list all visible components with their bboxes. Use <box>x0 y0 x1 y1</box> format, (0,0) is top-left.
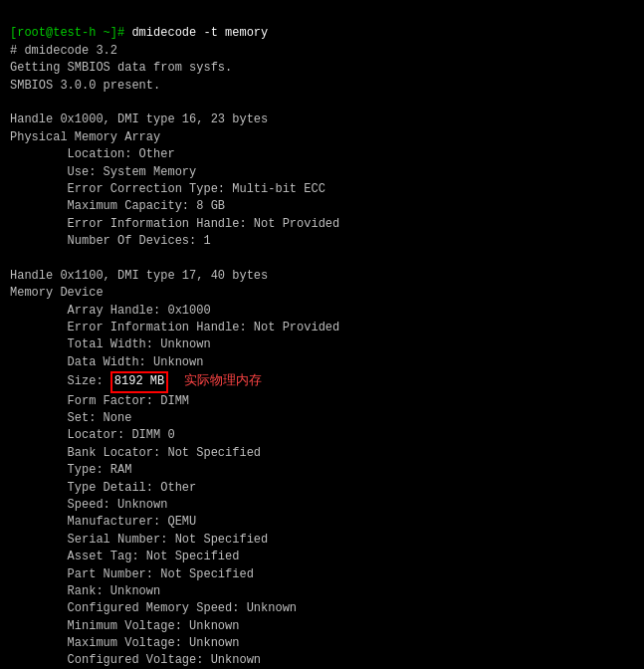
set-line: Set: None <box>10 411 131 425</box>
use-line: Use: System Memory <box>10 165 196 179</box>
speed-line: Speed: Unknown <box>10 498 167 512</box>
prompt-1: [root@test-h ~]# <box>10 26 131 40</box>
eih-line: Error Information Handle: Not Provided <box>10 217 339 231</box>
at-line: Asset Tag: Not Specified <box>10 550 239 563</box>
pn-line: Part Number: Not Specified <box>10 567 254 581</box>
cv-line: Configured Voltage: Unknown <box>10 653 261 667</box>
md-label: Memory Device <box>10 286 104 300</box>
location-line: Location: Other <box>10 147 175 161</box>
maxcap-line: Maximum Capacity: 8 GB <box>10 199 225 213</box>
maxv-line: Maximum Voltage: Unknown <box>10 636 239 650</box>
sn-line: Serial Number: Not Specified <box>10 533 268 547</box>
size-annotation: 实际物理内存 <box>168 373 262 388</box>
tw-line: Total Width: Unknown <box>10 337 211 351</box>
td-line: Type Detail: Other <box>10 481 196 495</box>
nod-line: Number Of Devices: 1 <box>10 234 211 248</box>
smbios-present: SMBIOS 3.0.0 present. <box>10 79 160 93</box>
type-line: Type: RAM <box>10 463 131 477</box>
ff-line: Form Factor: DIMM <box>10 394 189 408</box>
cms-line: Configured Memory Speed: Unknown <box>10 601 297 615</box>
dmidecode-version: # dmidecode 3.2 <box>10 44 117 58</box>
handle1: Handle 0x1000, DMI type 16, 23 bytes <box>10 112 268 126</box>
size-value-box: 8192 MB <box>110 371 168 392</box>
size-line: Size: 8192 MB 实际物理内存 <box>10 374 262 388</box>
bl-line: Bank Locator: Not Specified <box>10 446 261 460</box>
ah-line: Array Handle: 0x1000 <box>10 304 211 318</box>
dw-line: Data Width: Unknown <box>10 355 203 369</box>
eih2-line: Error Information Handle: Not Provided <box>10 321 339 334</box>
handle2: Handle 0x1100, DMI type 17, 40 bytes <box>10 269 268 283</box>
locator-line: Locator: DIMM 0 <box>10 428 175 442</box>
size-label-text: Size: <box>10 374 110 388</box>
command-1: dmidecode -t memory <box>131 26 268 40</box>
pma-label: Physical Memory Array <box>10 130 160 144</box>
terminal-window: [root@test-h ~]# dmidecode -t memory # d… <box>10 8 634 669</box>
smbios-getting: Getting SMBIOS data from sysfs. <box>10 61 232 75</box>
minv-line: Minimum Voltage: Unknown <box>10 619 239 633</box>
mfr-line: Manufacturer: QEMU <box>10 515 196 529</box>
ect-line: Error Correction Type: Multi-bit ECC <box>10 182 325 196</box>
rank-line: Rank: Unknown <box>10 584 160 598</box>
